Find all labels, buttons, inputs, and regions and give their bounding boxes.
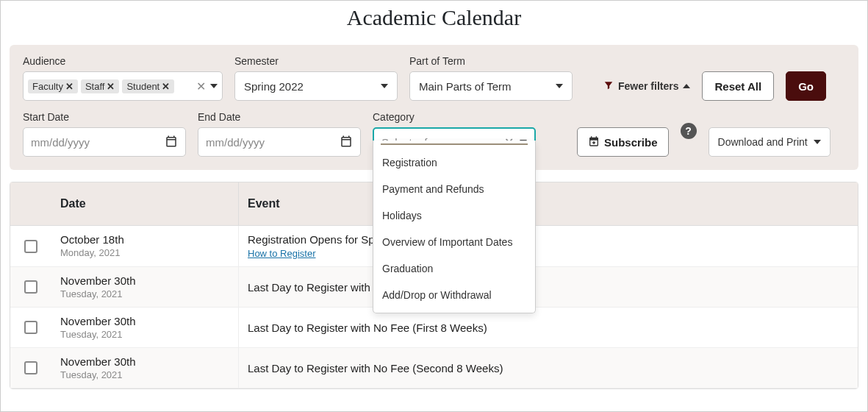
date-main: November 30th [60, 315, 229, 327]
end-date-label: End Date [198, 111, 361, 123]
row-checkbox[interactable] [24, 240, 37, 253]
audience-tag-student[interactable]: Student ✕ [122, 79, 174, 93]
event-title: Registration Opens for Spring 2022 [248, 233, 849, 246]
go-button[interactable]: Go [786, 71, 826, 101]
calendar-icon[interactable] [165, 135, 178, 150]
row-checkbox[interactable] [24, 280, 37, 294]
chevron-down-icon [556, 84, 563, 88]
header-event: Event [238, 182, 858, 225]
audience-tag-staff[interactable]: Staff ✕ [81, 79, 120, 93]
event-title: Last Day to Register with No Fee (Full T… [248, 281, 849, 294]
category-dropdown: Registration Payment and Refunds Holiday… [373, 141, 536, 313]
audience-field: Audience Faculty ✕ Staff ✕ Student ✕ ✕ [23, 55, 223, 101]
semester-field: Semester Spring 2022 [234, 55, 398, 101]
filters-panel: Audience Faculty ✕ Staff ✕ Student ✕ ✕ S… [10, 45, 858, 170]
end-date-input[interactable]: mm/dd/yyyy [198, 127, 361, 157]
chevron-down-icon[interactable] [210, 84, 218, 88]
part-of-term-value: Main Parts of Term [419, 80, 512, 93]
header-date: Date [51, 182, 238, 225]
date-sub: Monday, 2021 [60, 247, 229, 258]
date-sub: Tuesday, 2021 [60, 369, 229, 380]
start-date-label: Start Date [23, 111, 186, 123]
date-sub: Tuesday, 2021 [60, 288, 229, 299]
chevron-down-icon [814, 140, 821, 144]
start-date-input[interactable]: mm/dd/yyyy [23, 127, 186, 157]
date-main: November 30th [60, 355, 229, 368]
part-of-term-field: Part of Term Main Parts of Term [409, 55, 573, 101]
chevron-up-icon [683, 84, 690, 88]
date-sub: Tuesday, 2021 [60, 329, 229, 340]
calendar-plus-icon [588, 135, 600, 149]
semester-value: Spring 2022 [244, 80, 304, 93]
category-label: Category [373, 111, 536, 123]
category-option[interactable]: Holidays [373, 202, 535, 229]
remove-tag-icon[interactable]: ✕ [65, 81, 73, 92]
category-field: Category Select a few... ✕ Registration … [373, 111, 536, 157]
remove-tag-icon[interactable]: ✕ [107, 81, 115, 92]
date-cell: November 30th Tuesday, 2021 [51, 308, 238, 347]
audience-tag-faculty[interactable]: Faculty ✕ [28, 79, 78, 93]
calendar-icon[interactable] [340, 135, 353, 150]
audience-select[interactable]: Faculty ✕ Staff ✕ Student ✕ ✕ [23, 71, 223, 101]
category-option[interactable]: Overview of Important Dates [373, 229, 535, 255]
page-title: Academic Calendar [1, 5, 867, 30]
semester-label: Semester [234, 55, 398, 67]
start-date-placeholder: mm/dd/yyyy [31, 136, 90, 149]
date-cell: November 30th Tuesday, 2021 [51, 267, 238, 307]
date-main: October 18th [60, 233, 229, 246]
date-main: November 30th [60, 274, 229, 287]
event-cell: Last Day to Register with No Fee (Second… [238, 348, 858, 388]
chevron-down-icon [381, 84, 388, 88]
category-option[interactable]: Graduation [373, 255, 535, 282]
part-of-term-label: Part of Term [409, 55, 573, 67]
event-cell: Registration Opens for Spring 2022 How t… [238, 226, 858, 266]
semester-select[interactable]: Spring 2022 [234, 71, 398, 101]
date-cell: November 30th Tuesday, 2021 [51, 348, 238, 388]
category-option[interactable]: Payment and Refunds [373, 176, 535, 202]
audience-label: Audience [23, 55, 223, 67]
event-cell: Last Day to Register with No Fee (First … [238, 308, 858, 347]
remove-tag-icon[interactable]: ✕ [162, 81, 170, 92]
download-print-select[interactable]: Download and Print [709, 127, 831, 157]
category-option[interactable]: Add/Drop or Withdrawal [373, 282, 535, 308]
table-row: November 30th Tuesday, 2021 Last Day to … [10, 308, 858, 348]
end-date-field: End Date mm/dd/yyyy [198, 111, 361, 157]
filter-icon [603, 80, 614, 93]
date-cell: October 18th Monday, 2021 [51, 226, 238, 266]
subscribe-button[interactable]: Subscribe [577, 127, 669, 157]
fewer-filters-toggle[interactable]: Fewer filters [603, 71, 690, 101]
category-option[interactable]: Registration [373, 149, 535, 176]
row-checkbox[interactable] [24, 321, 37, 334]
help-icon[interactable]: ? [681, 123, 697, 139]
event-title: Last Day to Register with No Fee (Second… [248, 362, 849, 374]
start-date-field: Start Date mm/dd/yyyy [23, 111, 186, 157]
event-cell: Last Day to Register with No Fee (Full T… [238, 267, 858, 307]
table-row: November 30th Tuesday, 2021 Last Day to … [10, 348, 858, 388]
end-date-placeholder: mm/dd/yyyy [206, 136, 265, 149]
row-checkbox[interactable] [24, 361, 37, 374]
part-of-term-select[interactable]: Main Parts of Term [409, 71, 573, 101]
reset-button[interactable]: Reset All [702, 71, 774, 101]
event-link[interactable]: How to Register [248, 248, 849, 259]
event-title: Last Day to Register with No Fee (First … [248, 322, 849, 334]
clear-all-icon[interactable]: ✕ [196, 79, 206, 93]
